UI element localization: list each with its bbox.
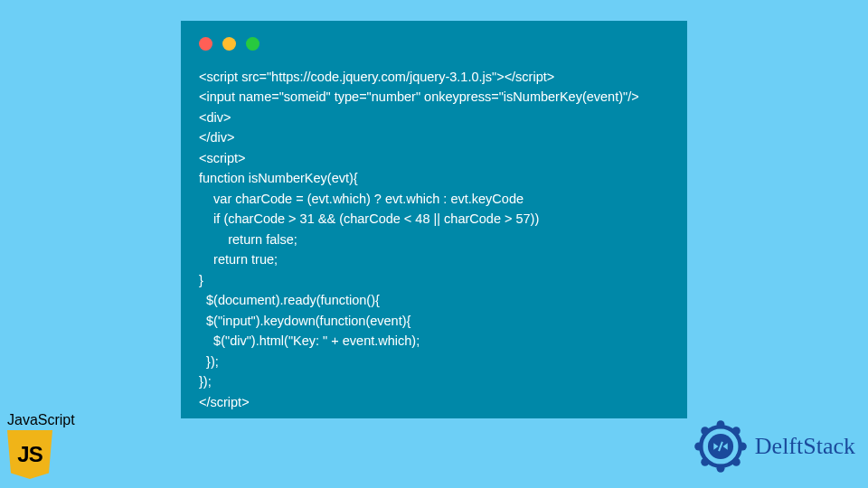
code-window: <script src="https://code.jquery.com/jqu… — [181, 21, 687, 418]
delftstack-brand: DelftStack — [692, 418, 855, 475]
svg-point-3 — [694, 443, 703, 451]
minimize-icon — [222, 37, 236, 51]
window-controls — [199, 37, 669, 51]
close-icon — [199, 37, 212, 51]
javascript-badge: JavaScript JS — [7, 412, 75, 479]
svg-point-8 — [732, 458, 741, 466]
maximize-icon — [246, 37, 259, 51]
javascript-label: JavaScript — [7, 412, 75, 428]
svg-point-2 — [716, 465, 724, 473]
svg-point-5 — [701, 427, 709, 435]
javascript-shield-text: JS — [17, 442, 42, 467]
javascript-shield-icon: JS — [7, 430, 52, 479]
svg-point-7 — [701, 458, 709, 466]
code-block: <script src="https://code.jquery.com/jqu… — [199, 67, 669, 412]
delftstack-logo-icon — [692, 418, 750, 475]
svg-point-1 — [716, 420, 724, 428]
svg-point-4 — [739, 443, 747, 451]
svg-point-6 — [732, 427, 741, 435]
delftstack-name: DelftStack — [755, 433, 855, 460]
